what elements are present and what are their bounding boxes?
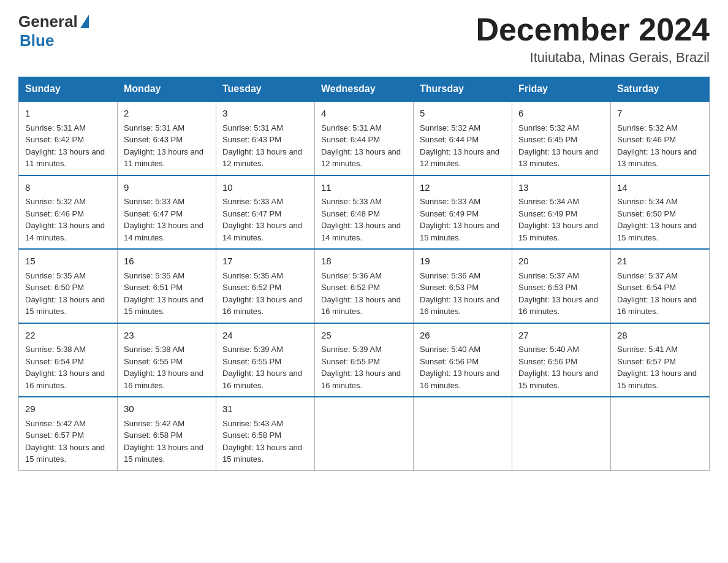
month-title: December 2024 <box>476 12 710 47</box>
day-info: Sunrise: 5:37 AMSunset: 6:54 PMDaylight:… <box>617 271 697 316</box>
calendar-cell: 3 Sunrise: 5:31 AMSunset: 6:43 PMDayligh… <box>216 101 315 175</box>
calendar-week-row-4: 22 Sunrise: 5:38 AMSunset: 6:54 PMDaylig… <box>19 323 710 397</box>
day-number: 28 <box>617 329 703 343</box>
day-number: 25 <box>321 329 407 343</box>
calendar-cell: 16 Sunrise: 5:35 AMSunset: 6:51 PMDaylig… <box>118 249 216 323</box>
calendar-cell: 7 Sunrise: 5:32 AMSunset: 6:46 PMDayligh… <box>611 101 710 175</box>
calendar-cell: 6 Sunrise: 5:32 AMSunset: 6:45 PMDayligh… <box>512 101 611 175</box>
calendar-cell: 11 Sunrise: 5:33 AMSunset: 6:48 PMDaylig… <box>315 175 414 250</box>
logo: General Blue <box>18 12 89 50</box>
calendar-cell: 29 Sunrise: 5:42 AMSunset: 6:57 PMDaylig… <box>19 397 118 470</box>
calendar-cell: 8 Sunrise: 5:32 AMSunset: 6:46 PMDayligh… <box>19 175 118 250</box>
calendar-cell <box>315 397 414 470</box>
calendar-cell: 26 Sunrise: 5:40 AMSunset: 6:56 PMDaylig… <box>414 323 512 397</box>
day-info: Sunrise: 5:32 AMSunset: 6:45 PMDaylight:… <box>518 123 598 169</box>
day-info: Sunrise: 5:43 AMSunset: 6:58 PMDaylight:… <box>222 419 302 464</box>
calendar-cell: 4 Sunrise: 5:31 AMSunset: 6:44 PMDayligh… <box>315 101 414 175</box>
day-number: 2 <box>124 107 210 121</box>
day-number: 18 <box>321 255 407 269</box>
calendar-cell: 22 Sunrise: 5:38 AMSunset: 6:54 PMDaylig… <box>19 323 118 397</box>
calendar-cell: 14 Sunrise: 5:34 AMSunset: 6:50 PMDaylig… <box>611 175 710 250</box>
day-number: 9 <box>124 181 210 195</box>
weekday-header-wednesday: Wednesday <box>315 77 414 102</box>
day-number: 30 <box>124 402 210 416</box>
calendar-cell: 28 Sunrise: 5:41 AMSunset: 6:57 PMDaylig… <box>611 323 710 397</box>
calendar-cell: 5 Sunrise: 5:32 AMSunset: 6:44 PMDayligh… <box>414 101 512 175</box>
calendar-week-row-2: 8 Sunrise: 5:32 AMSunset: 6:46 PMDayligh… <box>19 175 710 250</box>
day-info: Sunrise: 5:34 AMSunset: 6:49 PMDaylight:… <box>518 197 598 242</box>
day-number: 14 <box>617 181 703 195</box>
day-number: 3 <box>222 107 308 121</box>
title-section: December 2024 Ituiutaba, Minas Gerais, B… <box>476 12 710 66</box>
day-info: Sunrise: 5:32 AMSunset: 6:46 PMDaylight:… <box>25 197 105 242</box>
day-info: Sunrise: 5:38 AMSunset: 6:54 PMDaylight:… <box>25 345 105 390</box>
day-number: 5 <box>420 107 506 121</box>
day-number: 26 <box>420 329 506 343</box>
calendar-week-row-5: 29 Sunrise: 5:42 AMSunset: 6:57 PMDaylig… <box>19 397 710 470</box>
day-info: Sunrise: 5:32 AMSunset: 6:46 PMDaylight:… <box>617 123 697 169</box>
calendar-week-row-3: 15 Sunrise: 5:35 AMSunset: 6:50 PMDaylig… <box>19 249 710 323</box>
calendar-cell: 9 Sunrise: 5:33 AMSunset: 6:47 PMDayligh… <box>118 175 216 250</box>
calendar-cell <box>512 397 611 470</box>
weekday-header-sunday: Sunday <box>19 77 118 102</box>
day-number: 15 <box>25 255 111 269</box>
day-info: Sunrise: 5:41 AMSunset: 6:57 PMDaylight:… <box>617 345 697 390</box>
calendar-cell: 18 Sunrise: 5:36 AMSunset: 6:52 PMDaylig… <box>315 249 414 323</box>
calendar-cell: 27 Sunrise: 5:40 AMSunset: 6:56 PMDaylig… <box>512 323 611 397</box>
day-info: Sunrise: 5:42 AMSunset: 6:58 PMDaylight:… <box>124 419 203 464</box>
day-info: Sunrise: 5:42 AMSunset: 6:57 PMDaylight:… <box>25 419 105 464</box>
logo-general-text: General <box>18 12 78 31</box>
day-number: 8 <box>25 181 111 195</box>
day-info: Sunrise: 5:32 AMSunset: 6:44 PMDaylight:… <box>420 123 499 169</box>
day-number: 1 <box>25 107 111 121</box>
day-info: Sunrise: 5:31 AMSunset: 6:44 PMDaylight:… <box>321 123 401 169</box>
day-info: Sunrise: 5:36 AMSunset: 6:52 PMDaylight:… <box>321 271 401 316</box>
day-number: 6 <box>518 107 604 121</box>
day-number: 7 <box>617 107 703 121</box>
day-number: 24 <box>222 329 308 343</box>
day-info: Sunrise: 5:31 AMSunset: 6:43 PMDaylight:… <box>124 123 203 169</box>
weekday-header-row: SundayMondayTuesdayWednesdayThursdayFrid… <box>19 77 710 102</box>
day-info: Sunrise: 5:37 AMSunset: 6:53 PMDaylight:… <box>518 271 598 316</box>
day-number: 20 <box>518 255 604 269</box>
calendar-cell: 23 Sunrise: 5:38 AMSunset: 6:55 PMDaylig… <box>118 323 216 397</box>
day-number: 12 <box>420 181 506 195</box>
day-info: Sunrise: 5:31 AMSunset: 6:43 PMDaylight:… <box>222 123 302 169</box>
day-info: Sunrise: 5:36 AMSunset: 6:53 PMDaylight:… <box>420 271 499 316</box>
logo-blue-text: Blue <box>20 31 54 50</box>
calendar-cell: 12 Sunrise: 5:33 AMSunset: 6:49 PMDaylig… <box>414 175 512 250</box>
day-number: 29 <box>25 402 111 416</box>
weekday-header-monday: Monday <box>118 77 216 102</box>
calendar-cell <box>611 397 710 470</box>
calendar-table: SundayMondayTuesdayWednesdayThursdayFrid… <box>18 77 710 471</box>
weekday-header-tuesday: Tuesday <box>216 77 315 102</box>
day-info: Sunrise: 5:35 AMSunset: 6:50 PMDaylight:… <box>25 271 105 316</box>
day-info: Sunrise: 5:33 AMSunset: 6:47 PMDaylight:… <box>222 197 302 242</box>
day-info: Sunrise: 5:33 AMSunset: 6:49 PMDaylight:… <box>420 197 499 242</box>
day-info: Sunrise: 5:34 AMSunset: 6:50 PMDaylight:… <box>617 197 697 242</box>
calendar-cell: 19 Sunrise: 5:36 AMSunset: 6:53 PMDaylig… <box>414 249 512 323</box>
day-number: 19 <box>420 255 506 269</box>
calendar-cell: 2 Sunrise: 5:31 AMSunset: 6:43 PMDayligh… <box>118 101 216 175</box>
page-header: General Blue December 2024 Ituiutaba, Mi… <box>18 12 710 66</box>
day-number: 23 <box>124 329 210 343</box>
day-info: Sunrise: 5:31 AMSunset: 6:42 PMDaylight:… <box>25 123 105 169</box>
day-info: Sunrise: 5:33 AMSunset: 6:48 PMDaylight:… <box>321 197 401 242</box>
calendar-cell: 10 Sunrise: 5:33 AMSunset: 6:47 PMDaylig… <box>216 175 315 250</box>
calendar-cell: 30 Sunrise: 5:42 AMSunset: 6:58 PMDaylig… <box>118 397 216 470</box>
location-subtitle: Ituiutaba, Minas Gerais, Brazil <box>476 50 710 66</box>
day-info: Sunrise: 5:40 AMSunset: 6:56 PMDaylight:… <box>420 345 499 390</box>
day-info: Sunrise: 5:35 AMSunset: 6:51 PMDaylight:… <box>124 271 203 316</box>
day-number: 31 <box>222 402 308 416</box>
calendar-cell: 17 Sunrise: 5:35 AMSunset: 6:52 PMDaylig… <box>216 249 315 323</box>
day-number: 17 <box>222 255 308 269</box>
day-info: Sunrise: 5:39 AMSunset: 6:55 PMDaylight:… <box>222 345 302 390</box>
calendar-cell: 13 Sunrise: 5:34 AMSunset: 6:49 PMDaylig… <box>512 175 611 250</box>
calendar-cell: 1 Sunrise: 5:31 AMSunset: 6:42 PMDayligh… <box>19 101 118 175</box>
weekday-header-thursday: Thursday <box>414 77 512 102</box>
day-info: Sunrise: 5:33 AMSunset: 6:47 PMDaylight:… <box>124 197 203 242</box>
day-number: 4 <box>321 107 407 121</box>
weekday-header-friday: Friday <box>512 77 611 102</box>
calendar-cell: 31 Sunrise: 5:43 AMSunset: 6:58 PMDaylig… <box>216 397 315 470</box>
calendar-cell: 25 Sunrise: 5:39 AMSunset: 6:55 PMDaylig… <box>315 323 414 397</box>
